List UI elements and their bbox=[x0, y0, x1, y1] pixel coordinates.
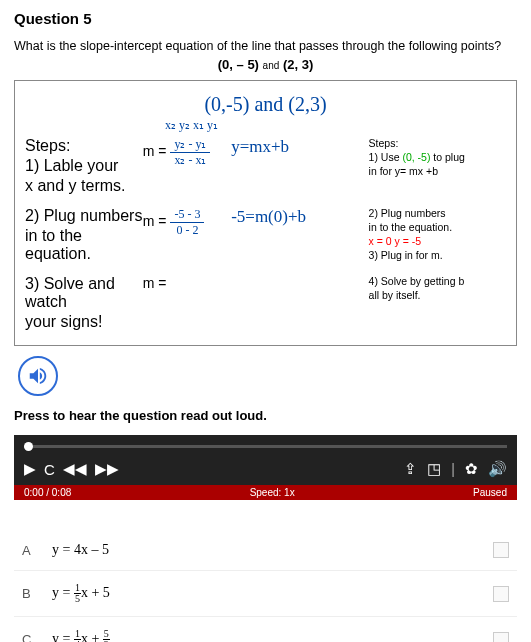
answer-checkbox-c[interactable] bbox=[493, 632, 509, 643]
m-equals-3: m = bbox=[143, 275, 167, 291]
steps-header-right: Steps: bbox=[369, 137, 506, 149]
step3b-left: your signs! bbox=[25, 313, 143, 331]
progress-handle[interactable] bbox=[24, 442, 33, 451]
step2a-left: 2) Plug numbers bbox=[25, 207, 143, 225]
answer-checkbox-b[interactable] bbox=[493, 586, 509, 602]
frac-top-2: -5 - 3 bbox=[170, 207, 204, 223]
hw-sub-labels: x₂ y₂ x₁ y₁ bbox=[165, 118, 506, 133]
and-text: and bbox=[263, 60, 280, 71]
m-equals-1: m = bbox=[143, 143, 167, 159]
play-audio-button[interactable] bbox=[18, 356, 58, 396]
step2a-right: 2) Plug numbers bbox=[369, 207, 506, 219]
answer-text-c: y = 14x + 52 bbox=[52, 629, 110, 642]
player-time: 0:00 / 0:08 bbox=[24, 487, 71, 498]
answer-text-b: y = 15x + 5 bbox=[52, 583, 110, 604]
slope-plugged: -5 - 3 0 - 2 bbox=[170, 207, 204, 238]
cast-icon[interactable]: ⇪ bbox=[404, 460, 417, 478]
separator: | bbox=[451, 461, 455, 477]
step2b-right: in to the equation. bbox=[369, 221, 506, 233]
settings-icon[interactable]: ✿ bbox=[465, 460, 478, 478]
point-2: (2, 3) bbox=[283, 57, 313, 72]
step4b-right: all by itself. bbox=[369, 289, 506, 301]
question-prompt: What is the slope-intercept equation of … bbox=[14, 39, 517, 53]
forward-button[interactable]: ▶▶ bbox=[95, 460, 119, 478]
step3-right: 3) Plug in for m. bbox=[369, 249, 506, 261]
given-points: (0, – 5) and (2, 3) bbox=[14, 57, 517, 72]
replay-button[interactable]: C bbox=[44, 461, 55, 478]
worked-solution-image: (0,-5) and (2,3) x₂ y₂ x₁ y₁ Steps: 1) L… bbox=[14, 80, 517, 346]
answer-a[interactable]: A y = 4x – 5 bbox=[14, 530, 517, 571]
player-speed[interactable]: Speed: 1x bbox=[250, 487, 295, 498]
step1b-left: x and y terms. bbox=[25, 177, 143, 195]
eq-ymxb: y=mx+b bbox=[231, 137, 368, 157]
frac-bot-1: x₂ - x₁ bbox=[170, 153, 210, 168]
step3a-left: 3) Solve and watch bbox=[25, 275, 143, 311]
slope-formula: y₂ - y₁ x₂ - x₁ bbox=[170, 137, 210, 168]
play-button[interactable]: ▶ bbox=[24, 460, 36, 478]
answer-c[interactable]: C y = 14x + 52 bbox=[14, 617, 517, 642]
step1a-left: 1) Lable your bbox=[25, 157, 143, 175]
read-aloud-label: Press to hear the question read out loud… bbox=[14, 408, 517, 423]
step1a-right: 1) Use (0, -5) to plug bbox=[369, 151, 506, 163]
progress-bar bbox=[24, 445, 507, 448]
answer-letter: C bbox=[22, 632, 52, 642]
player-status: Paused bbox=[473, 487, 507, 498]
pip-icon[interactable]: ◳ bbox=[427, 460, 441, 478]
rewind-button[interactable]: ◀◀ bbox=[63, 460, 87, 478]
speaker-icon bbox=[27, 365, 49, 387]
volume-icon[interactable]: 🔊 bbox=[488, 460, 507, 478]
eq-plugged: -5=m(0)+b bbox=[231, 207, 368, 227]
answer-b[interactable]: B y = 15x + 5 bbox=[14, 571, 517, 617]
hw-top-points: (0,-5) and (2,3) bbox=[25, 93, 506, 116]
answer-choices: A y = 4x – 5 B y = 15x + 5 C y = 14x + 5… bbox=[14, 530, 517, 642]
step1b-right: in for y= mx +b bbox=[369, 165, 506, 177]
steps-header-left: Steps: bbox=[25, 137, 143, 155]
answer-letter: B bbox=[22, 586, 52, 601]
point-1: (0, – 5) bbox=[218, 57, 259, 72]
audio-player: ▶ C ◀◀ ▶▶ ⇪ ◳ | ✿ 🔊 0:00 / 0:08 Speed: 1… bbox=[14, 435, 517, 500]
question-number: Question 5 bbox=[14, 10, 517, 27]
frac-top-1: y₂ - y₁ bbox=[170, 137, 210, 153]
answer-letter: A bbox=[22, 543, 52, 558]
answer-checkbox-a[interactable] bbox=[493, 542, 509, 558]
progress-track[interactable] bbox=[14, 441, 517, 453]
m-equals-2: m = bbox=[143, 213, 167, 229]
answer-text-a: y = 4x – 5 bbox=[52, 542, 109, 558]
step4a-right: 4) Solve by getting b bbox=[369, 275, 506, 287]
step2c-right: x = 0 y = -5 bbox=[369, 235, 506, 247]
step2b-left: in to the equation. bbox=[25, 227, 143, 263]
frac-bot-2: 0 - 2 bbox=[170, 223, 204, 238]
